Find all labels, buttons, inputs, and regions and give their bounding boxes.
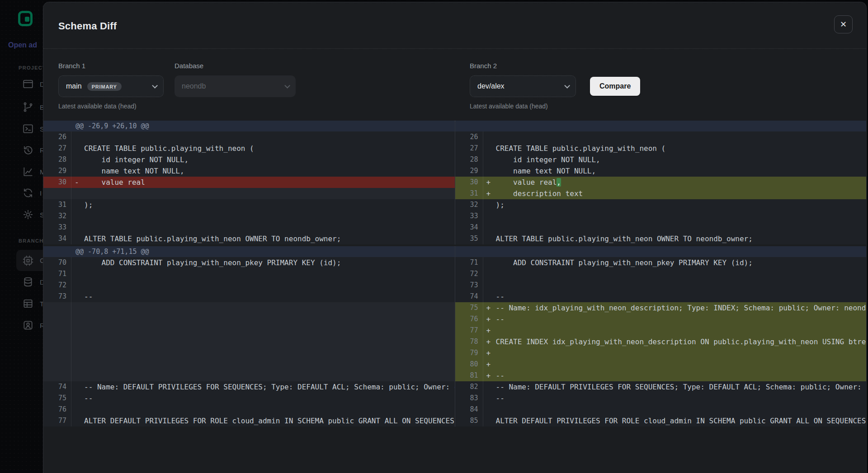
line-number: 71 (43, 268, 71, 280)
diff-row: 83-- (455, 393, 867, 404)
diff-row (43, 325, 455, 336)
diff-row (43, 302, 455, 314)
code-text: -- Name: idx_playing_with_neon_descripti… (496, 302, 867, 314)
diff-panel-left: @@ -70,8 +71,15 @@70 ADD CONSTRAINT play… (43, 246, 455, 426)
line-number: 73 (43, 291, 71, 302)
branch2-label: Branch 2 (470, 62, 576, 70)
branch1-label: Branch 1 (58, 62, 164, 70)
diff-marker: - (71, 177, 84, 188)
diff-marker (483, 291, 496, 302)
diff-marker (71, 199, 84, 211)
database-value: neondb (182, 82, 206, 90)
diff-marker (71, 314, 84, 325)
diff-marker (483, 143, 496, 154)
code-text: id integer NOT NULL, (84, 154, 455, 165)
diff-marker: + (483, 177, 496, 188)
diff-row: 34 (455, 222, 867, 233)
diff-marker (483, 404, 496, 415)
diff-row: 30- value real (43, 177, 455, 188)
line-number: 27 (455, 143, 483, 154)
line-number (43, 325, 71, 336)
code-text (84, 359, 455, 370)
code-text (496, 268, 867, 280)
diff-marker (71, 370, 84, 381)
diff-marker (71, 233, 84, 244)
line-number (43, 188, 71, 199)
code-text: CREATE INDEX idx_playing_with_neon_descr… (496, 336, 867, 347)
code-text (84, 404, 455, 415)
branch2-group: Branch 2 dev/alex Latest available data … (470, 62, 576, 110)
code-text (496, 359, 867, 370)
line-number: 84 (455, 404, 483, 415)
branch2-value: dev/alex (477, 82, 505, 90)
code-text (84, 188, 455, 199)
code-text: -- (496, 370, 867, 381)
diff-marker (71, 211, 84, 222)
diff-row: 72 (43, 280, 455, 291)
diff-marker (71, 291, 84, 302)
database-select[interactable]: neondb (175, 75, 296, 97)
diff-marker: + (483, 370, 496, 381)
code-text: value real, (496, 177, 867, 188)
diff-row: 71 ADD CONSTRAINT playing_with_neon_pkey… (455, 257, 867, 268)
diff-marker (71, 347, 84, 359)
diff-row: 82-- Name: DEFAULT PRIVILEGES FOR SEQUEN… (455, 381, 867, 393)
diff-marker (483, 233, 496, 244)
diff-marker (483, 222, 496, 233)
line-number: 82 (455, 381, 483, 393)
line-number (43, 302, 71, 314)
hunk-header (455, 246, 867, 257)
code-text: name text NOT NULL, (496, 165, 867, 177)
line-number: 80 (455, 359, 483, 370)
line-number: 28 (43, 154, 71, 165)
diff-row: 77ALTER DEFAULT PRIVILEGES FOR ROLE clou… (43, 415, 455, 426)
diff-marker (71, 302, 84, 314)
code-text (84, 222, 455, 233)
diff-row: 28 id integer NOT NULL, (43, 154, 455, 165)
branch2-select[interactable]: dev/alex (470, 75, 576, 97)
code-text (84, 336, 455, 347)
diff-marker (71, 165, 84, 177)
diff-marker (71, 188, 84, 199)
code-text (496, 404, 867, 415)
line-number: 29 (455, 165, 483, 177)
code-text (496, 280, 867, 291)
schema-diff-modal: Schema Diff ✕ Branch 1 main PRIMARY Late… (43, 2, 867, 473)
line-number: 26 (43, 131, 71, 143)
code-text (84, 302, 455, 314)
code-text (84, 131, 455, 143)
diff-row (43, 370, 455, 381)
diff-panel-right: 71 ADD CONSTRAINT playing_with_neon_pkey… (455, 246, 867, 426)
diff-row: 73 (455, 280, 867, 291)
diff-row: 80+ (455, 359, 867, 370)
diff-row: 75+-- Name: idx_playing_with_neon_descri… (455, 302, 867, 314)
branch1-value: main (66, 82, 82, 90)
diff-row (43, 188, 455, 199)
diff-row: 33 (455, 211, 867, 222)
code-text (84, 325, 455, 336)
code-text: -- (496, 291, 867, 302)
compare-button[interactable]: Compare (590, 77, 640, 96)
code-text: name text NOT NULL, (84, 165, 455, 177)
code-text (84, 280, 455, 291)
close-button[interactable]: ✕ (834, 15, 853, 33)
line-number: 34 (43, 233, 71, 244)
diff-marker: + (483, 302, 496, 314)
diff-marker (483, 280, 496, 291)
diff-marker (71, 222, 84, 233)
diff-marker: + (483, 347, 496, 359)
diff-row: 77+ (455, 325, 867, 336)
branch1-select[interactable]: main PRIMARY (58, 75, 164, 97)
diff-hunk: @@ -26,9 +26,10 @@2627CREATE TABLE publi… (43, 121, 866, 244)
diff-row: 29 name text NOT NULL, (455, 165, 867, 177)
schema-diff-viewport[interactable]: @@ -26,9 +26,10 @@2627CREATE TABLE publi… (43, 121, 866, 426)
line-number: 27 (43, 143, 71, 154)
code-text: ADD CONSTRAINT playing_with_neon_pkey PR… (84, 257, 455, 268)
diff-marker (71, 131, 84, 143)
code-text: CREATE TABLE public.playing_with_neon ( (84, 143, 455, 154)
code-text: value real (84, 177, 455, 188)
code-text: description text (496, 188, 867, 199)
diff-row: 70 ADD CONSTRAINT playing_with_neon_pkey… (43, 257, 455, 268)
diff-row: 31); (43, 199, 455, 211)
diff-marker (483, 257, 496, 268)
